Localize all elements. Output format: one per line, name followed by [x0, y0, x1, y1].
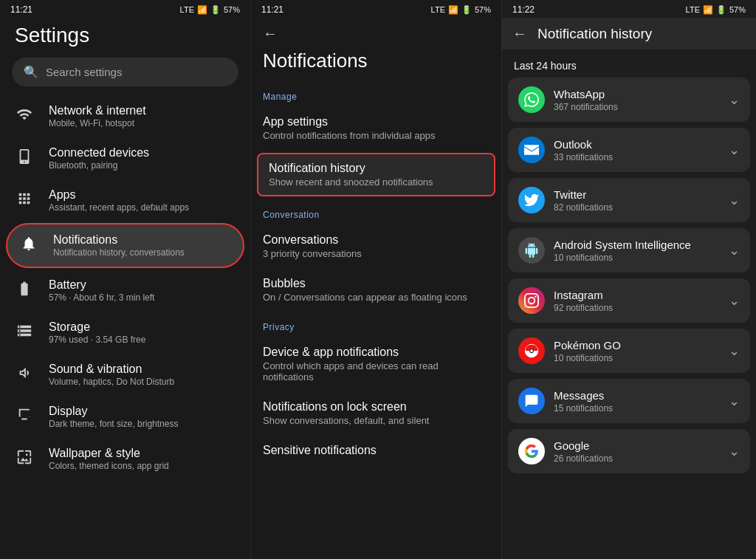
pokemon-name: Pokémon GO	[554, 339, 729, 351]
history-item-outlook[interactable]: Outlook 33 notifications ⌄	[508, 128, 750, 172]
last24-label: Last 24 hours	[502, 49, 756, 78]
history-item-pokemon[interactable]: Pokémon GO 10 notifications ⌄	[508, 329, 750, 373]
network-subtitle: Mobile, Wi-Fi, hotspot	[49, 118, 146, 128]
section-privacy: Privacy	[251, 312, 501, 337]
connected-text: Connected devices Bluetooth, pairing	[49, 146, 149, 171]
apps-text: Apps Assistant, recent apps, default app…	[49, 188, 189, 213]
app-settings-subtitle: Control notifications from individual ap…	[263, 130, 489, 141]
notifications-text: Notifications Notification history, conv…	[53, 233, 185, 258]
notifications-subtitle: Notification history, conversations	[53, 247, 185, 258]
settings-item-wallpaper[interactable]: Wallpaper & style Colors, themed icons, …	[0, 438, 250, 480]
notification-history-panel: 11:22 LTE 📶 🔋 57% ← Notification history…	[502, 0, 756, 559]
battery-1: 57%	[224, 5, 240, 14]
outlook-name: Outlook	[554, 138, 729, 151]
notif-history-title: Notification history	[269, 162, 484, 175]
signal-2: LTE	[431, 5, 445, 14]
notif-item-conversations[interactable]: Conversations 3 priority conversations	[251, 224, 501, 268]
notification-history-list: WhatsApp 367 notifications ⌄ Outlook 33 …	[502, 78, 756, 559]
notifications-scroll: Manage App settings Control notification…	[251, 81, 501, 559]
settings-item-network[interactable]: Network & internet Mobile, Wi-Fi, hotspo…	[0, 95, 250, 137]
notifications-panel: 11:21 LTE 📶 🔋 57% ← Notifications Manage…	[251, 0, 502, 559]
messages-text: Messages 15 notifications	[554, 389, 729, 414]
display-subtitle: Dark theme, font size, brightness	[49, 419, 178, 429]
battery-icon-3: 🔋	[716, 5, 726, 15]
time-3: 11:22	[512, 4, 535, 15]
storage-title: Storage	[49, 320, 145, 334]
search-placeholder: Search settings	[46, 66, 122, 78]
notif-item-history[interactable]: Notification history Show recent and sno…	[257, 153, 495, 196]
status-bar-1: 11:21 LTE 📶 🔋 57%	[0, 0, 250, 18]
settings-item-storage[interactable]: Storage 97% used · 3.54 GB free	[0, 312, 250, 354]
google-text: Google 26 notifications	[554, 439, 729, 464]
history-item-twitter[interactable]: Twitter 82 notifications ⌄	[508, 178, 750, 222]
wallpaper-text: Wallpaper & style Colors, themed icons, …	[49, 447, 169, 471]
messages-count: 15 notifications	[554, 403, 729, 414]
google-name: Google	[554, 439, 729, 452]
device-app-subtitle: Control which apps and devices can read …	[263, 360, 489, 383]
conversations-subtitle: 3 priority conversations	[263, 248, 489, 259]
apps-icon	[15, 191, 34, 210]
wallpaper-title: Wallpaper & style	[49, 447, 169, 460]
messages-name: Messages	[554, 389, 729, 402]
android-chevron: ⌄	[729, 242, 740, 258]
device-app-title: Device & app notifications	[263, 346, 489, 359]
notif-item-sensitive[interactable]: Sensitive notifications	[251, 435, 501, 467]
history-header: ← Notification history	[502, 18, 756, 49]
storage-subtitle: 97% used · 3.54 GB free	[49, 335, 145, 345]
bell-icon	[19, 236, 38, 256]
instagram-name: Instagram	[554, 289, 729, 301]
outlook-chevron: ⌄	[729, 142, 740, 158]
settings-item-display[interactable]: Display Dark theme, font size, brightnes…	[0, 396, 250, 438]
history-item-android[interactable]: Android System Intelligence 10 notificat…	[508, 228, 750, 272]
devices-icon	[15, 148, 34, 168]
history-item-instagram[interactable]: Instagram 92 notifications ⌄	[508, 278, 750, 323]
app-settings-title: App settings	[263, 115, 489, 128]
settings-item-connected[interactable]: Connected devices Bluetooth, pairing	[0, 137, 250, 179]
connected-subtitle: Bluetooth, pairing	[49, 160, 149, 171]
twitter-text: Twitter 82 notifications	[554, 188, 729, 213]
outlook-text: Outlook 33 notifications	[554, 138, 729, 162]
connected-title: Connected devices	[49, 146, 149, 160]
notif-item-lockscreen[interactable]: Notifications on lock screen Show conver…	[251, 391, 501, 435]
conversations-title: Conversations	[263, 233, 489, 247]
lockscreen-title: Notifications on lock screen	[263, 400, 489, 414]
history-item-whatsapp[interactable]: WhatsApp 367 notifications ⌄	[508, 78, 750, 122]
settings-item-apps[interactable]: Apps Assistant, recent apps, default app…	[0, 179, 250, 222]
settings-panel: 11:21 LTE 📶 🔋 57% Settings 🔍 Search sett…	[0, 0, 251, 559]
notifications-panel-title: Notifications	[251, 49, 501, 81]
bubbles-title: Bubbles	[263, 277, 489, 290]
signal-3: LTE	[686, 5, 700, 14]
notif-item-app-settings[interactable]: App settings Control notifications from …	[251, 106, 501, 150]
back-arrow-2[interactable]: ←	[263, 25, 278, 42]
status-bar-2: 11:21 LTE 📶 🔋 57%	[251, 0, 501, 18]
notif-item-device-app[interactable]: Device & app notifications Control which…	[251, 337, 501, 391]
battery-icon-1: 🔋	[210, 5, 221, 15]
notifications-header: ←	[251, 18, 501, 49]
signal-icon-3: 📶	[703, 5, 713, 15]
time-1: 11:21	[10, 4, 32, 15]
android-icon	[518, 237, 545, 264]
google-chevron: ⌄	[729, 443, 740, 459]
messages-chevron: ⌄	[729, 393, 740, 409]
search-bar[interactable]: 🔍 Search settings	[12, 58, 238, 86]
back-arrow-3[interactable]: ←	[512, 25, 527, 42]
whatsapp-icon	[518, 86, 545, 113]
display-icon	[15, 407, 34, 427]
pokemon-chevron: ⌄	[729, 343, 740, 359]
whatsapp-count: 367 notifications	[554, 102, 729, 112]
whatsapp-name: WhatsApp	[554, 88, 729, 100]
settings-item-notifications[interactable]: Notifications Notification history, conv…	[6, 223, 244, 268]
settings-item-sound[interactable]: Sound & vibration Volume, haptics, Do No…	[0, 354, 250, 396]
outlook-count: 33 notifications	[554, 152, 729, 162]
history-item-google[interactable]: Google 26 notifications ⌄	[508, 429, 750, 473]
settings-item-battery[interactable]: Battery 57% · About 6 hr, 3 min left	[0, 270, 250, 312]
notif-history-subtitle: Show recent and snoozed notifications	[269, 176, 484, 188]
history-item-messages[interactable]: Messages 15 notifications ⌄	[508, 379, 750, 423]
network-text: Network & internet Mobile, Wi-Fi, hotspo…	[49, 104, 146, 128]
notif-item-bubbles[interactable]: Bubbles On / Conversations can appear as…	[251, 268, 501, 312]
sensitive-title: Sensitive notifications	[263, 444, 489, 457]
android-count: 10 notifications	[554, 253, 729, 263]
instagram-icon	[518, 287, 545, 314]
messages-icon	[518, 388, 545, 414]
battery-text: Battery 57% · About 6 hr, 3 min left	[49, 278, 154, 303]
